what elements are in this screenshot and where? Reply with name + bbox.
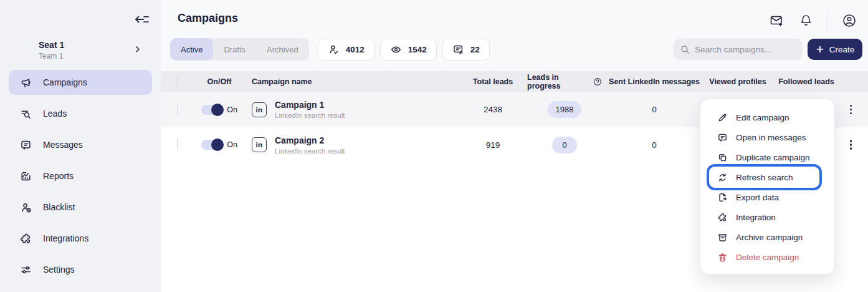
- toggle-label: On: [227, 140, 237, 149]
- toolbar: Active Drafts Archived 4012: [170, 39, 862, 60]
- row-checkbox[interactable]: [177, 104, 178, 115]
- tab-archived[interactable]: Archived: [256, 38, 309, 61]
- stats-chips: 4012 1542: [318, 39, 490, 61]
- select-all-checkbox[interactable]: [177, 77, 178, 87]
- message-bubble-icon: [19, 139, 32, 152]
- eye-icon: [390, 44, 402, 56]
- column-header-viewed-profiles: Viewed profiles: [707, 77, 769, 86]
- bell-icon: [799, 13, 813, 28]
- archive-icon: [717, 232, 728, 243]
- chevron-right-icon: [133, 45, 142, 54]
- campaign-subtitle: LinkedIn search result: [275, 147, 345, 155]
- menu-item-label: Delete campaign: [736, 253, 799, 262]
- leads-search-icon: [19, 107, 32, 120]
- new-message-button[interactable]: [769, 13, 785, 29]
- search-input[interactable]: [695, 45, 794, 54]
- menu-item-duplicate-campaign[interactable]: Duplicate campaign: [700, 147, 834, 167]
- top-actions: [769, 11, 857, 31]
- column-header-followed-leads: Followed leads: [769, 77, 844, 86]
- menu-item-archive-campaign[interactable]: Archive campaign: [700, 227, 834, 247]
- menu-item-export-data[interactable]: Export data: [700, 187, 834, 207]
- row-actions-kebab-button[interactable]: [847, 102, 855, 117]
- search-icon: [680, 44, 690, 55]
- menu-item-label: Edit campaign: [736, 113, 789, 122]
- megaphone-icon: [19, 76, 32, 89]
- sent-messages-value: 0: [602, 140, 707, 150]
- duplicate-icon: [717, 152, 728, 163]
- menu-item-label: Export data: [736, 193, 779, 202]
- create-button-label: Create: [829, 45, 855, 54]
- menu-item-label: Integration: [736, 213, 776, 222]
- linkedin-icon: in: [252, 137, 267, 152]
- row-actions-context-menu: Edit campaign Open in messages Duplicate…: [700, 99, 835, 275]
- sent-messages-value: 0: [602, 105, 707, 114]
- create-campaign-button[interactable]: Create: [808, 39, 862, 60]
- sidebar-item-reports[interactable]: Reports: [9, 163, 152, 188]
- column-header-sent-messages: Sent LinkedIn messages: [602, 77, 707, 86]
- menu-item-edit-campaign[interactable]: Edit campaign: [700, 107, 834, 127]
- leads-in-progress-badge: 0: [552, 137, 577, 153]
- sidebar-item-label: Blacklist: [43, 202, 75, 212]
- table-header: On/Off Campaign name Total leads Leads i…: [161, 71, 868, 92]
- column-header-leads-in-progress: Leads in progress: [527, 73, 590, 90]
- message-bubble-icon: [717, 132, 728, 143]
- puzzle-icon: [19, 232, 32, 245]
- sidebar-item-settings[interactable]: Settings: [9, 257, 152, 282]
- profile-button[interactable]: [841, 12, 857, 29]
- sidebar-item-messages[interactable]: Messages: [9, 132, 152, 157]
- sidebar-item-label: Campaigns: [43, 77, 87, 87]
- tab-drafts[interactable]: Drafts: [213, 38, 256, 61]
- sidebar-item-leads[interactable]: Leads: [9, 101, 152, 126]
- sidebar-item-campaigns[interactable]: Campaigns: [9, 70, 152, 95]
- campaign-status-tabs: Active Drafts Archived: [170, 38, 309, 61]
- sliders-icon: [19, 263, 32, 276]
- user-avatar-icon: [841, 12, 857, 29]
- stat-value: 1542: [408, 45, 427, 54]
- menu-item-integration[interactable]: Integration: [700, 207, 834, 227]
- person-block-icon: [19, 201, 32, 214]
- sidebar-item-integrations[interactable]: Integrations: [9, 226, 152, 251]
- campaign-on-off-toggle[interactable]: [201, 105, 222, 115]
- menu-item-open-in-messages[interactable]: Open in messages: [700, 127, 834, 147]
- toggle-label: On: [227, 105, 237, 114]
- leads-in-progress-badge: 1988: [548, 101, 582, 118]
- row-checkbox[interactable]: [177, 139, 178, 150]
- toggle-knob: [211, 104, 224, 116]
- linkedin-icon: in: [252, 102, 267, 117]
- seat-switcher[interactable]: Seat 1 Team 1: [39, 40, 150, 61]
- collapse-sidebar-icon: [133, 12, 151, 27]
- menu-item-label: Refresh search: [736, 173, 793, 182]
- campaigns-app: Seat 1 Team 1 Campaigns: [0, 0, 868, 292]
- campaign-on-off-toggle[interactable]: [201, 140, 222, 150]
- chat-arrow-icon: [452, 44, 464, 56]
- stat-chip-views[interactable]: 1542: [380, 39, 437, 61]
- stat-chip-replies[interactable]: 22: [442, 39, 490, 61]
- column-header-campaign-name: Campaign name: [247, 77, 459, 86]
- campaign-name[interactable]: Campaign 1: [275, 100, 345, 110]
- sidebar: Seat 1 Team 1 Campaigns: [0, 0, 161, 292]
- stat-value: 4012: [346, 45, 365, 54]
- person-check-icon: [328, 44, 340, 56]
- notifications-button[interactable]: [799, 13, 813, 28]
- sidebar-item-label: Integrations: [43, 233, 88, 243]
- campaign-name[interactable]: Campaign 2: [275, 135, 345, 145]
- row-actions-kebab-button[interactable]: [847, 137, 855, 152]
- sidebar-nav: Campaigns Leads Messages: [9, 70, 152, 288]
- menu-item-label: Open in messages: [736, 133, 806, 142]
- search-box: [674, 39, 803, 60]
- refresh-icon: [717, 172, 728, 183]
- export-icon: [717, 192, 728, 203]
- sidebar-item-label: Settings: [43, 265, 75, 275]
- tab-active[interactable]: Active: [170, 38, 213, 61]
- help-circle-icon[interactable]: [593, 77, 602, 86]
- menu-item-label: Duplicate campaign: [736, 153, 810, 162]
- stat-chip-leads-added[interactable]: 4012: [318, 39, 374, 61]
- sidebar-item-blacklist[interactable]: Blacklist: [9, 195, 152, 220]
- menu-item-refresh-search[interactable]: Refresh search: [700, 167, 834, 187]
- chart-icon: [19, 170, 32, 183]
- campaign-subtitle: LinkedIn search result: [275, 112, 345, 119]
- total-leads-value: 919: [459, 140, 527, 150]
- collapse-sidebar-button[interactable]: [133, 11, 151, 27]
- column-header-total-leads: Total leads: [459, 77, 527, 86]
- menu-item-delete-campaign[interactable]: Delete campaign: [700, 247, 834, 267]
